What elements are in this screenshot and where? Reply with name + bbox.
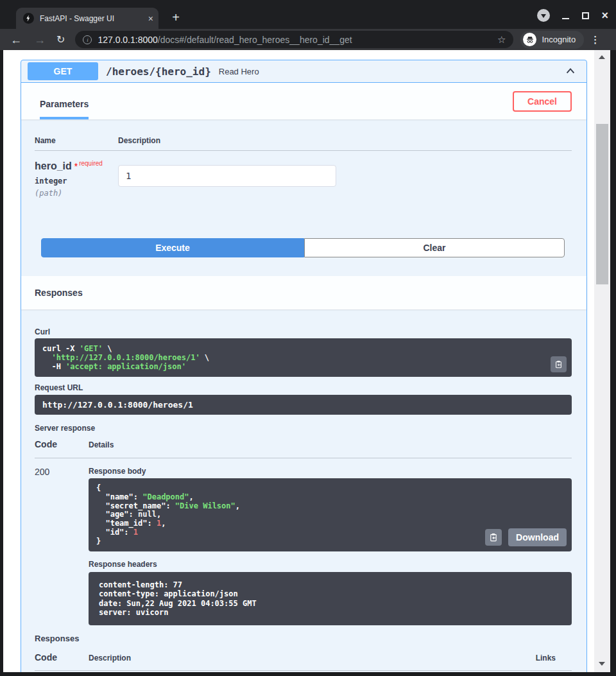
url-text: 127.0.0.1:8000/docs#/default/read_hero_h… (98, 35, 352, 45)
page-content: GET /heroes/{hero_id} Read Hero Paramete… (3, 50, 594, 672)
json-key: "name" (96, 492, 133, 501)
json-sep: : (129, 510, 138, 519)
download-button[interactable]: Download (508, 528, 567, 546)
doc-responses-title: Responses (35, 634, 572, 643)
maximize-button[interactable] (582, 12, 589, 19)
parameters-table-header: Name Description (35, 136, 572, 151)
opblock-get: GET /heroes/{hero_id} Read Hero Paramete… (21, 60, 587, 672)
server-response-row: 200 Response body { "name": "Deadpond", … (35, 458, 572, 625)
parameters-title: Parameters (40, 99, 89, 109)
server-response-label: Server response (35, 424, 572, 433)
browser-tab[interactable]: FastAPI - Swagger UI × (16, 8, 158, 29)
new-tab-button[interactable]: + (168, 10, 184, 26)
collapse-chevron-icon[interactable] (565, 65, 576, 77)
window-controls: × (537, 8, 608, 22)
column-header-links: Links (536, 654, 572, 663)
curl-cmd: curl -X (42, 344, 80, 353)
execute-wrapper: Execute Clear (21, 225, 586, 270)
clear-button[interactable]: Clear (304, 238, 565, 257)
parameter-name-cell: hero_id *required integer (path) (35, 160, 118, 198)
header-line: content-type: application/json (99, 589, 238, 598)
site-info-icon[interactable]: i (83, 35, 92, 44)
json-key: "secret_name" (96, 501, 166, 510)
json-value: "Deadpond" (142, 492, 189, 501)
json-sep: : (147, 519, 156, 528)
column-header-description: Description (89, 654, 131, 663)
minimize-button[interactable] (562, 11, 570, 20)
responses-section-header: Responses (21, 276, 586, 309)
reload-button[interactable]: ↻ (56, 35, 65, 45)
parameter-name: hero_id (35, 160, 72, 171)
json-value: 1 (133, 528, 138, 537)
hero-id-input[interactable] (118, 165, 336, 187)
address-bar[interactable]: i 127.0.0.1:8000/docs#/default/read_hero… (75, 31, 513, 48)
responses-inner: Curl curl -X 'GET' \ 'http://127.0.0.1:8… (21, 309, 586, 672)
url-host: 127.0.0.1:8000 (98, 35, 157, 45)
request-url-label: Request URL (35, 383, 572, 392)
tab-close-icon[interactable]: × (148, 14, 153, 23)
curl-header-flag: -H (42, 362, 65, 371)
parameter-location: (path) (35, 189, 118, 198)
json-comma: , (189, 492, 194, 501)
doc-response-row: 200 No links (35, 671, 572, 672)
json-sep: : (124, 528, 133, 537)
endpoint-path: /heroes/{hero_id} (106, 65, 211, 78)
response-details-cell: Response body { "name": "Deadpond", "sec… (89, 467, 572, 625)
json-value: null (138, 510, 157, 519)
curl-header-value: 'accept: application/json' (65, 362, 186, 371)
json-key: "age" (96, 510, 129, 519)
copy-response-button[interactable] (485, 529, 502, 546)
responses-title: Responses (35, 288, 83, 298)
browser-update-icon[interactable] (537, 9, 550, 22)
json-sep: : (133, 492, 142, 501)
parameters-table: Name Description hero_id *required integ… (21, 119, 586, 225)
fastapi-favicon-icon (23, 13, 34, 24)
server-response-table-header: Code Details (35, 439, 572, 458)
back-button[interactable]: ← (10, 34, 22, 46)
json-brace: } (96, 537, 101, 546)
response-headers-block: content-length: 77 content-type: applica… (89, 572, 572, 625)
json-brace: { (96, 483, 101, 492)
incognito-icon (523, 33, 536, 46)
column-header-code: Code (35, 652, 89, 663)
scroll-up-arrow-icon[interactable] (599, 55, 605, 59)
json-comma: , (235, 501, 240, 510)
parameters-section-header: Parameters Cancel (21, 83, 586, 119)
window-close-button[interactable]: × (601, 10, 608, 21)
scrollbar-thumb[interactable] (596, 124, 608, 284)
curl-command-block: curl -X 'GET' \ 'http://127.0.0.1:8000/h… (35, 338, 572, 377)
json-key: "id" (96, 528, 124, 537)
url-path: /docs#/default/read_hero_heroes__hero_id… (158, 35, 352, 45)
curl-cont2: \ (200, 353, 209, 362)
json-sep: : (166, 501, 175, 510)
scroll-down-arrow-icon[interactable] (599, 662, 605, 666)
page-scrollbar[interactable] (594, 50, 610, 672)
tab-strip: FastAPI - Swagger UI × + × (0, 0, 616, 29)
tab-parameters[interactable]: Parameters (35, 99, 94, 119)
execute-button[interactable]: Execute (41, 238, 304, 257)
column-header-description: Description (118, 136, 160, 145)
response-headers-label: Response headers (89, 560, 572, 569)
tab-title: FastAPI - Swagger UI (40, 14, 144, 23)
forward-button[interactable]: → (34, 34, 46, 46)
browser-toolbar: ← → ↻ i 127.0.0.1:8000/docs#/default/rea… (0, 29, 616, 50)
incognito-badge: Incognito (520, 31, 584, 49)
active-tab-underline (40, 117, 89, 119)
doc-responses-table-header: Code Description Links (35, 652, 572, 671)
browser-menu-button[interactable]: ⋮ (590, 34, 600, 46)
column-header-code: Code (35, 439, 89, 449)
json-comma: , (157, 510, 161, 519)
parameter-value-cell (118, 160, 336, 198)
response-body-block: { "name": "Deadpond", "secret_name": "Di… (89, 478, 572, 551)
cancel-button[interactable]: Cancel (513, 91, 572, 112)
request-url-value: http://127.0.0.1:8000/heroes/1 (42, 400, 193, 410)
status-code: 200 (35, 467, 89, 625)
response-body-label: Response body (89, 467, 572, 476)
doc-responses-table: Code Description Links 200 No links (35, 652, 572, 672)
bookmark-star-icon[interactable]: ☆ (497, 34, 506, 46)
request-url-block: http://127.0.0.1:8000/heroes/1 (35, 395, 572, 415)
opblock-summary[interactable]: GET /heroes/{hero_id} Read Hero (21, 60, 586, 83)
endpoint-summary: Read Hero (219, 67, 259, 76)
parameter-row: hero_id *required integer (path) (35, 151, 572, 198)
copy-curl-button[interactable] (551, 356, 567, 372)
